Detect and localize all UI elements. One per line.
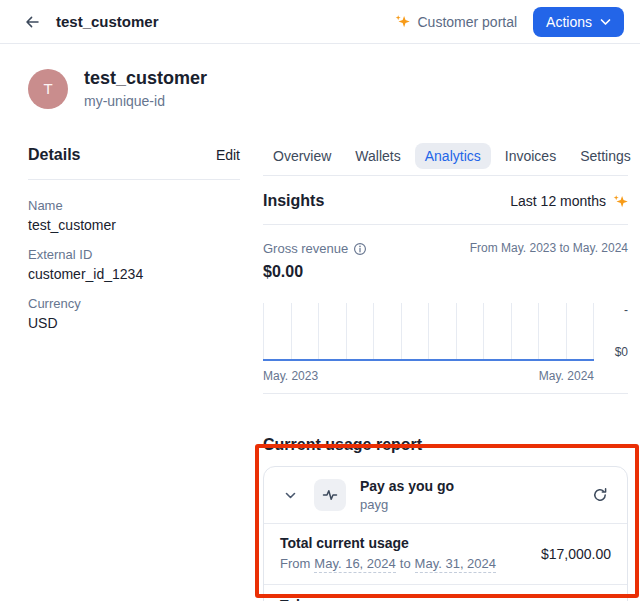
sparkle-icon [613,194,628,209]
chart-x-axis: May. 2023 May. 2024 [263,369,594,383]
insights-header: Insights Last 12 months [263,192,628,210]
avatar-initial: T [43,80,52,97]
total-usage-amount: $17,000.00 [541,546,611,562]
field-label: Name [28,198,240,213]
sparkle-icon [395,14,410,29]
plan-icon-box [314,479,346,511]
detail-field-currency: Currency USD [28,296,240,331]
chevron-down-icon [284,489,297,502]
plan-name: Pay as you go [360,478,454,494]
field-value: customer_id_1234 [28,266,240,282]
edit-details-link[interactable]: Edit [216,147,240,163]
gross-revenue-label-row: Gross revenue [263,241,367,256]
chevron-down-icon [600,18,611,26]
tab-settings[interactable]: Settings [570,143,640,169]
chart-y-axis: - $0 [594,303,628,361]
plan-code: payg [360,497,454,512]
customer-identity: test_customer my-unique-id [84,68,207,109]
field-value: USD [28,315,240,331]
total-usage-info: Total current usage From May. 16, 2024 t… [280,535,496,573]
period-selector[interactable]: Last 12 months [510,193,628,209]
tab-analytics[interactable]: Analytics [415,143,491,169]
insights-divider [263,224,628,225]
chart-plot-area [263,303,594,361]
avatar: T [28,69,68,109]
x-tick-end: May. 2024 [539,369,594,383]
back-button[interactable] [18,8,46,36]
customer-external-id: my-unique-id [84,93,207,109]
customer-portal-link[interactable]: Customer portal [395,14,517,30]
details-divider [28,179,240,180]
y-tick-top: - [624,303,628,317]
gross-revenue-header: Gross revenue From May. 2023 to May. 202… [263,241,628,256]
page-title: test_customer [56,13,159,30]
topbar-actions: Customer portal Actions [395,7,624,37]
info-icon[interactable] [353,242,367,256]
field-label: Currency [28,296,240,311]
refresh-button[interactable] [589,484,611,506]
plan-info: Pay as you go payg [360,478,454,512]
tab-bar: Overview Wallets Analytics Invoices Sett… [263,143,628,169]
gross-revenue-date-range: From May. 2023 to May. 2024 [470,241,628,255]
insights-title: Insights [263,192,324,210]
details-title: Details [28,146,80,164]
collapse-toggle[interactable] [280,485,300,505]
period-from-date[interactable]: May. 16, 2024 [314,556,395,573]
period-prefix: From [280,556,310,573]
pulse-icon [322,487,338,503]
analytics-panel: Overview Wallets Analytics Invoices Sett… [263,143,628,601]
gross-revenue-label: Gross revenue [263,241,348,256]
period-label: Last 12 months [510,193,606,209]
tab-wallets[interactable]: Wallets [345,143,410,169]
tab-invoices[interactable]: Invoices [495,143,566,169]
plan-row: Pay as you go payg [264,467,627,523]
gross-revenue-chart: - $0 May. 2023 May. 2024 [263,303,628,383]
chart-divider [263,393,628,394]
tab-overview[interactable]: Overview [263,143,341,169]
total-usage-label: Total current usage [280,535,496,551]
content-columns: Details Edit Name test_customer External… [0,129,640,601]
gross-revenue-value: $0.00 [263,263,628,281]
actions-label: Actions [546,14,592,30]
details-panel: Details Edit Name test_customer External… [28,143,240,345]
total-usage-row: Total current usage From May. 16, 2024 t… [264,524,627,584]
total-usage-period: From May. 16, 2024 to May. 31, 2024 [280,556,496,573]
chart-zero-line [263,359,594,361]
usage-item-name: Tokens [280,597,611,601]
period-to-date[interactable]: May. 31, 2024 [415,556,496,573]
field-label: External ID [28,247,240,262]
usage-report-card: Pay as you go payg Total current usage F… [263,466,628,601]
detail-field-name: Name test_customer [28,198,240,233]
x-tick-start: May. 2023 [263,369,318,383]
chart-body: - $0 [263,303,628,361]
arrow-left-icon [24,14,40,30]
tabs-divider [263,175,628,176]
y-tick-zero: $0 [615,345,628,359]
details-header: Details Edit [28,143,240,167]
period-joiner: to [400,556,411,573]
refresh-icon [592,487,608,503]
detail-field-external-id: External ID customer_id_1234 [28,247,240,282]
customer-portal-label: Customer portal [417,14,517,30]
usage-report-title: Current usage report [263,436,628,454]
topbar: test_customer Customer portal Actions [0,0,640,44]
customer-header: T test_customer my-unique-id [0,44,640,129]
customer-name: test_customer [84,68,207,89]
usage-item-row: Tokens openai_tokens [264,585,627,601]
field-value: test_customer [28,217,240,233]
actions-button[interactable]: Actions [533,7,624,37]
chart-gridlines [263,303,594,361]
